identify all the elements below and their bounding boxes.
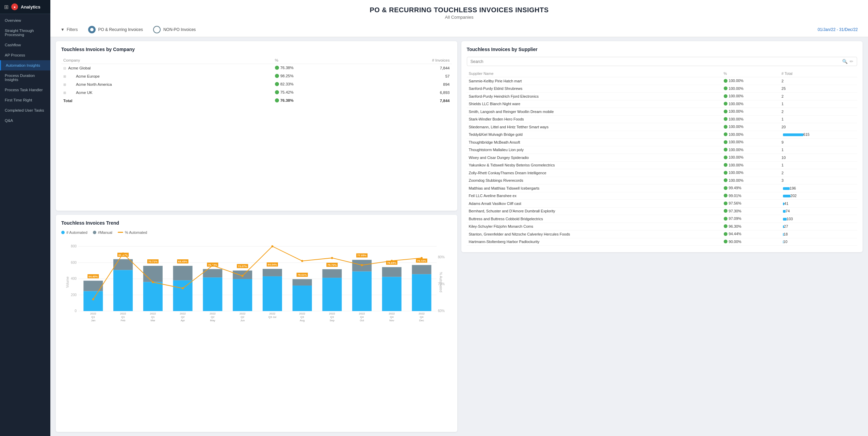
supplier-total-cell: 18 bbox=[780, 230, 857, 238]
expand-icon[interactable]: ⊟ bbox=[63, 66, 66, 70]
expand-icon[interactable]: ⊞ bbox=[63, 75, 66, 78]
list-item: Teddy&Kiel Mulvagh Bridge gold 100.00% 6… bbox=[467, 131, 857, 139]
supplier-name-cell: Bernhard, Schuster and D'Amore Dumbrall … bbox=[467, 207, 722, 215]
option-non-po[interactable]: NON-PO Invoices bbox=[153, 26, 196, 33]
status-dot bbox=[724, 148, 727, 151]
col-supplier-total: # Total bbox=[780, 70, 857, 77]
col-invoices: # Invoices bbox=[364, 57, 452, 64]
supplier-scroll[interactable]: Supplier Name % # Total Sammie-Kellby Pi… bbox=[467, 70, 857, 247]
supplier-name-cell: Shields LLC Blanch Night ware bbox=[467, 100, 722, 108]
supplier-total-cell: 10 bbox=[780, 154, 857, 162]
bar-inline bbox=[783, 241, 783, 243]
bar-inline bbox=[783, 203, 784, 205]
sidebar-item-stp[interactable]: Straight Through Processing bbox=[0, 26, 50, 40]
supplier-pct-cell: 100.00% bbox=[722, 169, 780, 177]
supplier-pct-cell: 85.71% bbox=[722, 246, 780, 247]
filter-icon: ▼ bbox=[61, 27, 65, 32]
sidebar-item-first-time-right[interactable]: First Time Right bbox=[0, 95, 50, 105]
sidebar-item-cashflow[interactable]: Cashflow bbox=[0, 40, 50, 50]
supplier-total-cell: 615 bbox=[780, 131, 857, 139]
option-po-recurring[interactable]: PO & Recurring Invoices bbox=[88, 26, 143, 33]
filter-button[interactable]: ▼ Filters bbox=[61, 27, 78, 32]
supplier-pct-cell: 97.30% bbox=[722, 207, 780, 215]
supplier-total-cell: 25 bbox=[780, 85, 857, 93]
status-dot bbox=[724, 110, 727, 113]
table-row: ⊞ Acme North America 82.33% 894 bbox=[61, 80, 452, 88]
company-invoices-cell: 57 bbox=[364, 72, 452, 80]
col-supplier-pct: % bbox=[722, 70, 780, 77]
sidebar-header: ⊞ ● Analytics bbox=[0, 0, 50, 14]
company-pct-cell: 82.33% bbox=[273, 80, 364, 88]
sidebar-item-qa[interactable]: Q&A bbox=[0, 115, 50, 126]
supplier-total-cell: 202 bbox=[780, 192, 857, 200]
company-name-cell: ⊞ Acme North America bbox=[61, 80, 273, 88]
supplier-pct-cell: 100.00% bbox=[722, 100, 780, 108]
chart-legend: # Automated #Manual % Automated bbox=[61, 230, 452, 235]
status-dot bbox=[724, 79, 727, 83]
supplier-name-cell: Zoomdog Stubbings Riverecords bbox=[467, 177, 722, 184]
supplier-name-cell: Feil LLC Aveline Banshee ex bbox=[467, 192, 722, 200]
status-dot bbox=[275, 90, 279, 94]
sidebar-nav: OverviewStraight Through ProcessingCashf… bbox=[0, 14, 50, 436]
supplier-total-cell: 3 bbox=[780, 177, 857, 184]
bar-inline bbox=[783, 210, 786, 213]
expand-icon[interactable]: ⊞ bbox=[63, 91, 66, 95]
radio-filled-icon bbox=[88, 26, 96, 33]
filter-label: Filters bbox=[67, 27, 78, 32]
sidebar-item-automation-insights[interactable]: Automation Insights bbox=[0, 60, 50, 70]
legend-automated: # Automated bbox=[61, 230, 87, 235]
option1-label: PO & Recurring Invoices bbox=[98, 27, 143, 32]
status-dot bbox=[724, 194, 727, 197]
page-title-section: PO & RECURRING TOUCHLESS INVOICES INSIGH… bbox=[50, 0, 868, 22]
bar-inline bbox=[783, 225, 784, 228]
search-input[interactable] bbox=[471, 59, 840, 64]
col-pct: % bbox=[273, 57, 364, 64]
status-dot bbox=[275, 66, 279, 70]
sidebar-item-overview[interactable]: Overview bbox=[0, 15, 50, 26]
app-title: Analytics bbox=[21, 4, 40, 10]
expand-icon[interactable]: ⊞ bbox=[63, 83, 66, 86]
list-item: Sanford-Purdy Heindrich Fjord Electronic… bbox=[467, 93, 857, 100]
list-item: Wixey and Cisar Dungey Spideradio 100.00… bbox=[467, 154, 857, 162]
supplier-total-cell: 1 bbox=[780, 100, 857, 108]
sidebar-item-process-task[interactable]: Process Task Handler bbox=[0, 85, 50, 95]
logo-icon: ● bbox=[11, 3, 18, 10]
supplier-name-cell: Zolly-Rhett ConkayThames Dream Intellige… bbox=[467, 169, 722, 177]
search-box[interactable]: 🔍 ✏ bbox=[467, 57, 857, 66]
status-dot bbox=[275, 98, 279, 102]
supplier-pct-cell: 100.00% bbox=[722, 115, 780, 123]
trend-canvas bbox=[61, 238, 452, 326]
supplier-pct-cell: 100.00% bbox=[722, 139, 780, 146]
supplier-total-cell: 2 bbox=[780, 77, 857, 85]
supplier-pct-cell: 100.00% bbox=[722, 108, 780, 116]
sidebar-item-ap-process[interactable]: AP Process bbox=[0, 50, 50, 60]
status-dot bbox=[724, 140, 727, 144]
supplier-pct-cell: 100.00% bbox=[722, 93, 780, 100]
legend-manual: #Manual bbox=[93, 230, 112, 235]
supplier-name-cell: Treutel-Heaney McEneny Dwarf stones bbox=[467, 246, 722, 247]
sidebar-item-process-duration[interactable]: Process Duration Insights bbox=[0, 70, 50, 85]
edit-icon: ✏ bbox=[850, 59, 853, 64]
supplier-pct-cell: 100.00% bbox=[722, 77, 780, 85]
supplier-pct-cell: 90.00% bbox=[722, 238, 780, 246]
company-pct-cell: 76.38% bbox=[273, 64, 364, 72]
supplier-total-cell: 1 bbox=[780, 161, 857, 169]
status-dot bbox=[724, 163, 727, 167]
status-dot bbox=[724, 125, 727, 129]
supplier-name-cell: Teddy&Kiel Mulvagh Bridge gold bbox=[467, 131, 722, 139]
list-item: Smith, Langosh and Reinger Woollin Dream… bbox=[467, 108, 857, 116]
sidebar-item-completed-tasks[interactable]: Completed User Tasks bbox=[0, 105, 50, 115]
list-item: Stiedemann, Littel and Hintz Tetther Sma… bbox=[467, 123, 857, 131]
company-card-title: Touchless Invoices by Company bbox=[61, 47, 452, 52]
bar-inline bbox=[783, 218, 787, 221]
supplier-pct-cell: 97.56% bbox=[722, 200, 780, 208]
supplier-total-cell: 1 bbox=[780, 146, 857, 154]
status-dot bbox=[724, 224, 727, 228]
legend-pct: % Automated bbox=[118, 230, 147, 235]
table-row: ⊟ Acme Global 76.38% 7,844 bbox=[61, 64, 452, 72]
trend-card-title: Touchless Invoices Trend bbox=[61, 220, 452, 226]
radio-empty-icon bbox=[153, 26, 161, 33]
status-dot bbox=[724, 102, 727, 106]
list-item: Sanford-Purdy Eldrid Shrubrews 100.00% 2… bbox=[467, 85, 857, 93]
status-dot bbox=[275, 82, 279, 86]
